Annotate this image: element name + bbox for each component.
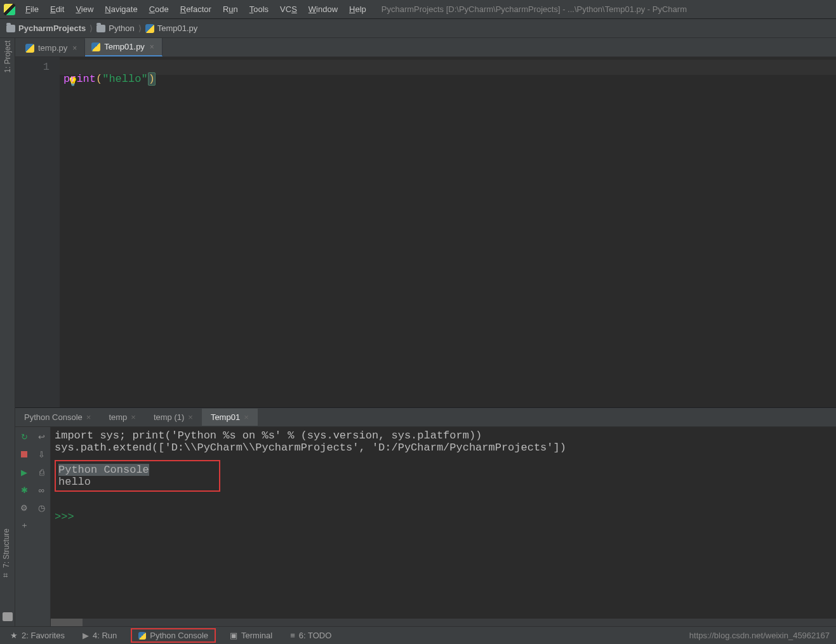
console-tab-pyconsole[interactable]: Python Console× — [15, 409, 100, 426]
show-vars-icon[interactable] — [36, 484, 48, 496]
token-function: print — [63, 73, 96, 85]
editor-tab-temp01[interactable]: Temp01.py × — [85, 38, 163, 56]
star-icon — [10, 631, 18, 640]
menu-window[interactable]: Window — [303, 2, 343, 16]
run-icon[interactable] — [18, 466, 30, 478]
python-icon — [138, 632, 146, 640]
line-number: 1 — [15, 61, 50, 73]
leftbar-structure[interactable]: 7: Structure — [2, 529, 11, 568]
list-icon — [290, 631, 295, 640]
menu-tools[interactable]: Tools — [244, 2, 274, 16]
python-file-icon — [91, 43, 100, 51]
bottombar: 2: Favorites 4: Run Python Console Termi… — [0, 626, 836, 644]
terminal-icon — [230, 631, 237, 640]
debug-icon[interactable] — [18, 484, 30, 496]
menu-run[interactable]: Run — [218, 2, 243, 16]
token-string: "hello" — [102, 73, 147, 85]
menu-view[interactable]: View — [70, 2, 98, 16]
close-icon[interactable]: × — [86, 412, 91, 422]
app-icon — [4, 4, 15, 15]
console-tools-left — [15, 427, 33, 626]
rerun-icon[interactable] — [18, 431, 30, 442]
close-icon[interactable]: × — [188, 412, 193, 422]
editor-code[interactable]: print("hello") 💡 — [60, 57, 836, 407]
tab-label: Temp01.py — [104, 42, 145, 51]
leftbar-project[interactable]: 1: Project — [3, 41, 12, 73]
editor-gutter: 1 — [15, 57, 60, 407]
console-tabs: Python Console× temp× temp (1)× Temp01× — [15, 408, 836, 427]
breadcrumb-root[interactable]: PycharmProjects — [6, 23, 86, 33]
editor-column: temp.py × Temp01.py × 1 print("hello") 💡 — [15, 38, 836, 626]
softwrap-icon[interactable] — [36, 431, 48, 442]
python-file-icon — [145, 24, 154, 33]
folder-icon — [6, 25, 15, 32]
bottombar-favorites[interactable]: 2: Favorites — [6, 628, 69, 643]
leftbar-folder-icon[interactable] — [3, 612, 13, 621]
highlight-box: Python Console hello — [55, 460, 220, 492]
menu-navigate[interactable]: Navigate — [100, 2, 142, 16]
breadcrumb-folder[interactable]: Python — [96, 23, 134, 33]
menu-help[interactable]: Help — [344, 2, 371, 16]
console-line: Python Console — [58, 464, 149, 476]
tab-label: temp.py — [38, 43, 67, 53]
window-title: PycharmProjects [D:\PyCharm\PycharmProje… — [382, 4, 687, 14]
console-tab-temp01[interactable]: Temp01× — [202, 409, 258, 426]
scroll-end-icon[interactable] — [36, 449, 48, 460]
stop-icon[interactable] — [18, 449, 30, 460]
add-icon[interactable] — [18, 520, 30, 531]
watermark: https://blog.csdn.net/weixin_45962167 — [689, 631, 830, 640]
breadcrumb-file[interactable]: Temp01.py — [145, 23, 198, 33]
editor-tabs: temp.py × Temp01.py × — [15, 38, 836, 57]
console-body: import sys; print('Python %s on %s' % (s… — [15, 427, 836, 626]
breadcrumb: PycharmProjects ⟩ Python ⟩ Temp01.py — [0, 19, 836, 38]
token-paren-open: ( — [96, 73, 102, 85]
menu-file[interactable]: File — [20, 2, 44, 16]
close-icon[interactable]: × — [71, 44, 78, 53]
bottombar-python-console[interactable]: Python Console — [131, 628, 216, 643]
scrollbar[interactable] — [51, 619, 836, 626]
console-tab-temp[interactable]: temp× — [100, 409, 145, 426]
python-file-icon — [25, 44, 34, 53]
main: 1: Project temp.py × Temp01.py × 1 pr — [0, 38, 836, 626]
breadcrumb-sep: ⟩ — [138, 23, 142, 33]
menu-refactor[interactable]: Refactor — [175, 2, 216, 16]
console-panel: Python Console× temp× temp (1)× Temp01× — [15, 407, 836, 626]
bottombar-run[interactable]: 4: Run — [79, 628, 121, 643]
structure-icon[interactable]: ⌗ — [3, 570, 8, 581]
menu-code[interactable]: Code — [144, 2, 174, 16]
history-icon[interactable] — [36, 502, 48, 513]
token-paren-close: ) — [148, 72, 156, 86]
console-line: sys.path.extend(['D:\\PyCharm\\PycharmPr… — [55, 442, 832, 454]
menu-vcs[interactable]: VCS — [275, 2, 302, 16]
editor-tab-temp[interactable]: temp.py × — [19, 39, 85, 56]
play-icon — [83, 631, 89, 640]
settings-icon[interactable] — [18, 502, 30, 513]
console-line: import sys; print('Python %s on %s' % (s… — [55, 430, 832, 442]
close-icon[interactable]: × — [149, 43, 156, 51]
editor[interactable]: 1 print("hello") 💡 — [15, 57, 836, 407]
close-icon[interactable]: × — [131, 412, 136, 422]
menubar: File Edit View Navigate Code Refactor Ru… — [0, 0, 836, 19]
console-prompt: >>> — [55, 511, 74, 523]
breadcrumb-sep: ⟩ — [90, 23, 93, 33]
console-line: hello — [58, 476, 149, 488]
close-icon[interactable]: × — [244, 412, 249, 422]
folder-icon — [96, 25, 105, 32]
console-tools-right — [33, 427, 51, 626]
bottombar-terminal[interactable]: Terminal — [226, 628, 276, 643]
menu-edit[interactable]: Edit — [45, 2, 69, 16]
console-output[interactable]: import sys; print('Python %s on %s' % (s… — [51, 427, 836, 626]
console-tab-temp1[interactable]: temp (1)× — [145, 409, 202, 426]
bottombar-todo[interactable]: 6: TODO — [286, 628, 335, 643]
print-icon[interactable] — [36, 466, 48, 478]
